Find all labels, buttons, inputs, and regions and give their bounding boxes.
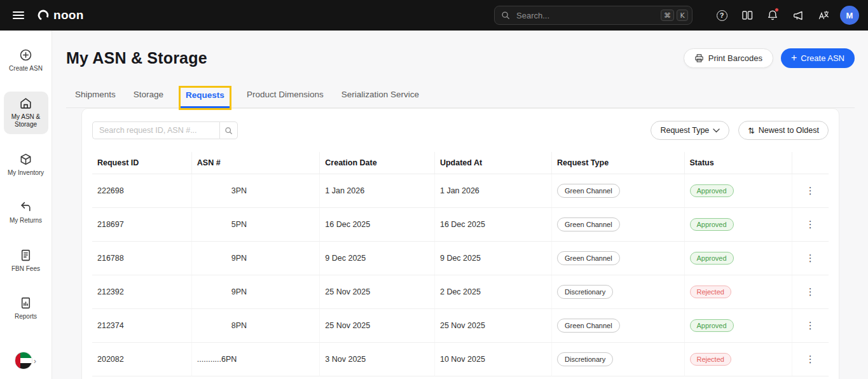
actions-cell: ⋮ — [792, 275, 829, 309]
request-type-cell: Green Channel — [552, 208, 684, 242]
actions-cell: ⋮ — [792, 174, 829, 208]
k-key: K — [677, 10, 688, 21]
sidebar-item-fbn-fees[interactable]: FBN Fees — [4, 244, 48, 279]
status-badge: Approved — [690, 184, 734, 197]
print-barcodes-button[interactable]: Print Barcodes — [684, 48, 773, 68]
column-header-asn: ASN # — [191, 152, 319, 174]
column-header-status: Status — [684, 152, 792, 174]
plus-icon: + — [791, 52, 797, 64]
updated-at-cell: 2 Dec 2025 — [434, 275, 551, 309]
asn-cell: 5PN — [191, 208, 319, 242]
tab-storage[interactable]: Storage — [133, 87, 164, 107]
actions-cell: ⋮ — [792, 343, 829, 376]
column-header-request-id: Request ID — [92, 152, 191, 174]
book-icon — [741, 10, 753, 21]
status-cell: Approved — [684, 174, 792, 208]
asn-value: 9PN — [197, 254, 247, 263]
request-id-cell: 202082 — [92, 343, 191, 376]
cmd-key: ⌘ — [661, 10, 674, 21]
filter-actions: Request Type ⇅ Newest to Oldest — [651, 121, 829, 140]
table-row: 218697 5PN 16 Dec 2025 16 Dec 2025 Green… — [92, 208, 829, 242]
sidebar: Create ASN My ASN & Storage My Inventory… — [0, 31, 52, 379]
row-actions-button[interactable]: ⋮ — [800, 216, 821, 233]
column-header-request-type: Request Type — [552, 152, 684, 174]
status-badge: Approved — [690, 218, 734, 231]
table-header-row: Request ID ASN # Creation Date Updated A… — [92, 152, 829, 174]
request-type-badge: Green Channel — [557, 184, 620, 198]
request-type-badge: Green Channel — [557, 217, 620, 231]
sidebar-item-label: My Returns — [10, 217, 42, 225]
library-button[interactable] — [736, 4, 759, 27]
sort-button[interactable]: ⇅ Newest to Oldest — [738, 121, 829, 140]
sidebar-item-label: FBN Fees — [11, 265, 40, 273]
asn-cell: 8PN — [191, 309, 319, 343]
create-asn-button[interactable]: + Create ASN — [781, 48, 855, 68]
status-cell: Approved — [684, 208, 792, 242]
announcements-button[interactable] — [787, 4, 809, 27]
row-actions-button[interactable]: ⋮ — [800, 183, 821, 199]
language-button[interactable] — [812, 4, 835, 27]
invoice-icon — [19, 249, 32, 262]
column-header-updated-at: Updated At — [434, 152, 551, 174]
request-id-cell: 212392 — [92, 275, 191, 309]
asn-value: 8PN — [197, 321, 247, 330]
request-type-badge: Green Channel — [557, 319, 620, 333]
updated-at-cell: 25 Nov 2025 — [434, 309, 551, 343]
request-id-cell: 222698 — [92, 174, 191, 208]
sidebar-item-my-returns[interactable]: My Returns — [4, 195, 48, 230]
status-badge: Rejected — [690, 353, 731, 366]
request-search-button[interactable] — [219, 121, 238, 139]
notifications-button[interactable] — [761, 4, 784, 27]
sidebar-item-my-inventory[interactable]: My Inventory — [4, 148, 48, 183]
sort-label: Newest to Oldest — [759, 126, 819, 135]
sidebar-item-create-asn[interactable]: Create ASN — [4, 43, 48, 78]
asn-cell: 9PN — [191, 242, 319, 275]
global-search-input[interactable] — [515, 10, 656, 21]
row-actions-button[interactable]: ⋮ — [800, 317, 821, 334]
noon-logo-icon — [37, 9, 50, 22]
request-type-badge: Discretionary — [557, 352, 613, 366]
avatar[interactable]: M — [840, 6, 859, 25]
status-cell: Rejected — [684, 275, 792, 309]
tab-shipments[interactable]: Shipments — [74, 87, 116, 107]
actions-cell: ⋮ — [792, 208, 829, 242]
table-row: 202082 ...........6PN 3 Nov 2025 10 Nov … — [92, 343, 829, 376]
creation-date-cell: 1 Jan 2026 — [320, 174, 435, 208]
asn-cell: 9PN — [191, 275, 319, 309]
sidebar-item-reports[interactable]: Reports — [4, 291, 48, 326]
requests-table: Request ID ASN # Creation Date Updated A… — [92, 152, 829, 376]
table-row: 216788 9PN 9 Dec 2025 9 Dec 2025 Green C… — [92, 242, 829, 275]
create-asn-label: Create ASN — [801, 53, 844, 63]
creation-date-cell: 25 Nov 2025 — [320, 309, 435, 343]
global-search[interactable]: ⌘ K — [494, 6, 692, 25]
main-content: My ASN & Storage Print Barcodes + Create… — [52, 31, 868, 379]
country-selector[interactable]: › — [15, 352, 36, 369]
request-search-input[interactable] — [92, 121, 219, 139]
column-header-actions — [792, 152, 829, 174]
row-actions-button[interactable]: ⋮ — [800, 351, 821, 368]
search-icon — [501, 11, 510, 20]
status-badge: Approved — [690, 319, 734, 332]
request-type-badge: Green Channel — [557, 251, 620, 265]
creation-date-cell: 3 Nov 2025 — [320, 343, 435, 376]
page-header: My ASN & Storage Print Barcodes + Create… — [66, 48, 855, 68]
page-actions: Print Barcodes + Create ASN — [684, 48, 855, 68]
row-actions-button[interactable]: ⋮ — [800, 284, 821, 300]
asn-cell: ...........6PN — [191, 343, 319, 376]
hamburger-icon — [13, 11, 24, 20]
requests-panel: Request Type ⇅ Newest to Oldest Request … — [81, 108, 839, 379]
row-actions-button[interactable]: ⋮ — [800, 250, 821, 266]
table-row: 212392 9PN 25 Nov 2025 2 Dec 2025 Discre… — [92, 275, 829, 309]
tab-serialization-service[interactable]: Serialization Service — [341, 87, 420, 107]
request-type-filter[interactable]: Request Type — [651, 121, 729, 140]
report-icon — [19, 296, 32, 310]
tab-product-dimensions[interactable]: Product Dimensions — [246, 87, 324, 107]
menu-button[interactable] — [9, 7, 28, 24]
help-button[interactable]: ? — [710, 4, 733, 27]
sidebar-item-my-asn-storage[interactable]: My ASN & Storage — [4, 92, 48, 134]
noon-logo[interactable]: noon — [37, 8, 84, 22]
sidebar-item-label: Create ASN — [9, 65, 43, 73]
tab-requests[interactable]: Requests — [181, 88, 230, 108]
column-header-creation-date: Creation Date — [320, 152, 435, 174]
updated-at-cell: 10 Nov 2025 — [434, 343, 551, 376]
